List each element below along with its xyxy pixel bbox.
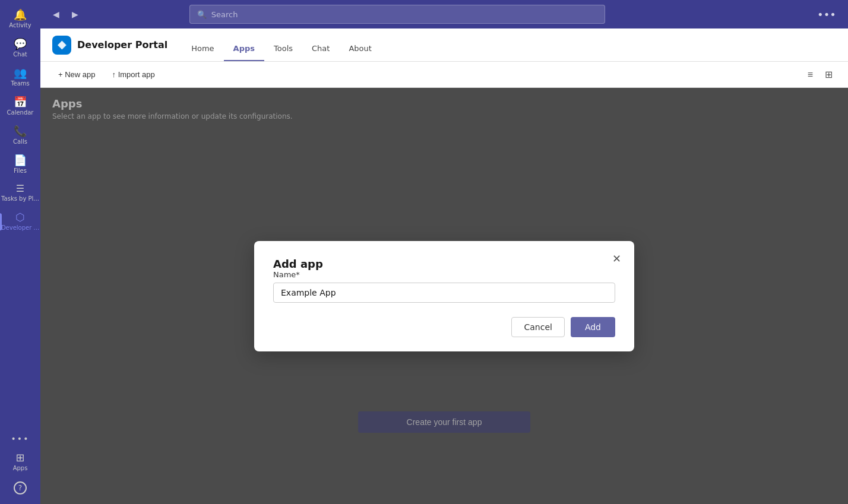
nav-item-chat[interactable]: Chat	[302, 28, 339, 61]
new-app-button[interactable]: + New app	[52, 66, 102, 83]
nav-item-apps[interactable]: Apps	[224, 28, 264, 61]
nav-item-about[interactable]: About	[339, 28, 381, 61]
nav-item-tools[interactable]: Tools	[264, 28, 302, 61]
sidebar-item-chat[interactable]: 💬 Chat	[0, 34, 40, 63]
grid-view-button[interactable]: ⊞	[821, 66, 836, 83]
apps-grid-icon: ⊞	[15, 452, 24, 463]
teams-icon: 👥	[14, 68, 27, 78]
forward-button[interactable]: ▶	[67, 6, 83, 23]
more-icon: •••	[11, 435, 30, 443]
sidebar-item-calendar[interactable]: 📅 Calendar	[0, 92, 40, 121]
modal-close-button[interactable]: ✕	[608, 251, 625, 267]
topbar: ◀ ▶ 🔍 •••	[40, 0, 848, 28]
modal-footer: Cancel Add	[273, 317, 615, 337]
sidebar-label-calendar: Calendar	[7, 109, 34, 116]
app-header: Developer Portal Home Apps Tools Chat Ab…	[40, 28, 848, 62]
content-area: Apps Select an app to see more informati…	[40, 88, 848, 504]
calls-icon: 📞	[14, 126, 27, 137]
list-view-button[interactable]: ≡	[804, 66, 817, 83]
sidebar-label-developer: Developer ...	[1, 224, 39, 232]
app-nav: Home Apps Tools Chat About	[182, 28, 381, 61]
developer-icon: ⬡	[15, 212, 25, 223]
sidebar-label-tasks: Tasks by Pl...	[1, 195, 39, 202]
add-app-modal: Add app ✕ Name* Cancel Add	[254, 241, 634, 351]
sidebar-item-files[interactable]: 📄 Files	[0, 150, 40, 179]
topbar-right: •••	[812, 6, 841, 23]
sidebar-item-tasks[interactable]: ☰ Tasks by Pl...	[0, 179, 40, 207]
activity-icon: 🔔	[14, 9, 27, 20]
topbar-more-icon[interactable]: •••	[812, 6, 841, 23]
files-icon: 📄	[14, 155, 27, 166]
sidebar: 🔔 Activity 💬 Chat 👥 Teams 📅 Calendar 📞 C…	[0, 0, 40, 504]
main-content: ◀ ▶ 🔍 ••• Developer Portal Home Apps Too…	[40, 0, 848, 504]
import-app-button[interactable]: ↑ Import app	[106, 66, 161, 83]
search-input[interactable]	[211, 10, 597, 19]
search-bar[interactable]: 🔍	[189, 5, 605, 24]
sidebar-label-apps: Apps	[13, 465, 28, 472]
chat-icon: 💬	[14, 39, 27, 49]
sidebar-item-help[interactable]: ?	[0, 477, 40, 499]
tasks-icon: ☰	[16, 184, 24, 194]
sidebar-label-activity: Activity	[9, 22, 31, 29]
toolbar-right: ≡ ⊞	[804, 66, 836, 83]
sidebar-label-chat: Chat	[13, 51, 27, 58]
sidebar-label-calls: Calls	[13, 138, 27, 145]
sidebar-item-activity[interactable]: 🔔 Activity	[0, 5, 40, 34]
add-button[interactable]: Add	[571, 317, 615, 337]
sidebar-item-calls[interactable]: 📞 Calls	[0, 121, 40, 150]
help-icon: ?	[14, 481, 27, 495]
calendar-icon: 📅	[14, 97, 27, 107]
sidebar-label-files: Files	[14, 167, 27, 175]
nav-item-home[interactable]: Home	[182, 28, 223, 61]
sidebar-label-teams: Teams	[11, 80, 30, 87]
name-label: Name*	[273, 270, 615, 279]
sidebar-item-apps[interactable]: ⊞ Apps	[0, 448, 40, 477]
toolbar-strip: + New app ↑ Import app ≡ ⊞	[40, 62, 848, 88]
name-input[interactable]	[273, 283, 615, 303]
cancel-button[interactable]: Cancel	[511, 317, 564, 337]
search-icon: 🔍	[197, 10, 207, 19]
back-button[interactable]: ◀	[48, 6, 64, 23]
app-logo	[52, 36, 71, 55]
app-title: Developer Portal	[77, 39, 167, 50]
modal-title: Add app	[273, 258, 323, 270]
sidebar-item-teams[interactable]: 👥 Teams	[0, 63, 40, 92]
modal-overlay: Add app ✕ Name* Cancel Add	[40, 88, 848, 504]
topbar-navigation: ◀ ▶	[48, 6, 83, 23]
sidebar-item-more[interactable]: •••	[0, 430, 40, 448]
sidebar-item-developer[interactable]: ⬡ Developer ...	[0, 207, 40, 236]
